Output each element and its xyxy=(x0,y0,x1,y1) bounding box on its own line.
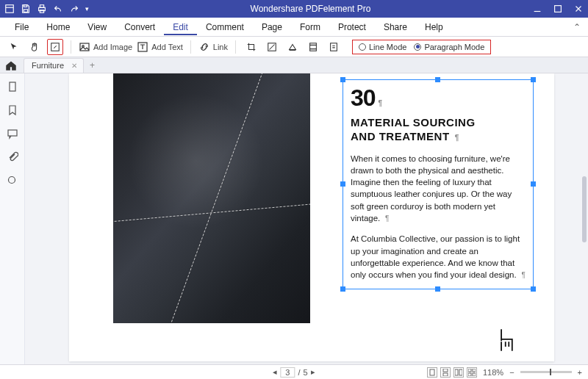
menu-home[interactable]: Home xyxy=(37,19,79,35)
selection-handle[interactable] xyxy=(531,77,536,82)
svg-rect-25 xyxy=(473,373,476,376)
two-page-view-icon[interactable] xyxy=(453,367,464,378)
two-page-continuous-icon[interactable] xyxy=(467,367,477,378)
header-footer-icon[interactable] xyxy=(305,39,321,55)
svg-rect-19 xyxy=(443,373,448,376)
edit-toolbar: Add Image Add Text Link Line Mode Paragr… xyxy=(0,37,588,57)
svg-rect-18 xyxy=(443,369,448,372)
hand-tool-icon[interactable] xyxy=(26,39,43,55)
selected-text-block[interactable]: 30¶ MATERIAL SOURCING AND TREATMENT ¶ Wh… xyxy=(343,79,534,289)
selection-handle[interactable] xyxy=(340,181,345,187)
svg-rect-23 xyxy=(473,369,476,372)
page-total: 5 xyxy=(304,368,308,377)
svg-rect-12 xyxy=(310,43,317,51)
paragraph-mode-label: Paragraph Mode xyxy=(424,43,484,51)
edit-mode-group: Line Mode Paragraph Mode xyxy=(352,40,491,54)
menu-protect[interactable]: Protect xyxy=(329,19,375,35)
bookmarks-panel-icon[interactable] xyxy=(7,104,18,116)
svg-rect-15 xyxy=(8,130,17,136)
close-button[interactable] xyxy=(573,4,584,14)
selection-handle[interactable] xyxy=(531,286,536,292)
single-page-view-icon[interactable] xyxy=(427,367,437,378)
svg-rect-1 xyxy=(24,10,27,12)
save-icon[interactable] xyxy=(21,4,31,14)
page-current[interactable]: 3 xyxy=(280,367,295,378)
search-panel-icon[interactable] xyxy=(7,175,18,187)
maximize-button[interactable] xyxy=(553,4,563,14)
text-icon xyxy=(137,41,148,53)
home-tab-icon[interactable] xyxy=(4,59,18,72)
selection-handle[interactable] xyxy=(340,77,345,82)
document-tab[interactable]: Furniture ✕ xyxy=(24,58,84,73)
menu-form[interactable]: Form xyxy=(291,19,329,35)
undo-icon[interactable] xyxy=(53,4,63,14)
zoom-in-icon[interactable]: + xyxy=(578,368,582,377)
menubar: File Home View Convert Edit Comment Page… xyxy=(0,18,588,37)
add-image-button[interactable]: Add Image xyxy=(79,41,132,53)
bates-numbering-icon[interactable] xyxy=(326,39,342,55)
menu-help[interactable]: Help xyxy=(416,19,452,35)
divider xyxy=(190,40,191,54)
collapse-ribbon-icon[interactable]: ⌃ xyxy=(573,22,581,32)
comments-panel-icon[interactable] xyxy=(7,128,18,140)
edit-object-tool-icon[interactable] xyxy=(47,39,63,55)
menu-edit[interactable]: Edit xyxy=(164,19,197,35)
prev-page-icon[interactable]: ◂ xyxy=(273,367,277,377)
svg-rect-14 xyxy=(10,82,15,91)
svg-point-16 xyxy=(8,177,15,184)
print-icon[interactable] xyxy=(37,4,47,14)
pilcrow-icon: ¶ xyxy=(383,214,389,223)
menu-page[interactable]: Page xyxy=(253,19,291,35)
divider xyxy=(71,40,71,54)
menu-comment[interactable]: Comment xyxy=(197,19,253,35)
image-icon xyxy=(79,41,90,53)
continuous-view-icon[interactable] xyxy=(440,367,451,378)
menu-convert[interactable]: Convert xyxy=(115,19,164,35)
selection-handle[interactable] xyxy=(435,286,440,292)
link-button[interactable]: Link xyxy=(198,41,228,53)
background-tool-icon[interactable] xyxy=(284,39,301,55)
menu-file[interactable]: File xyxy=(6,19,37,35)
line-mode-radio[interactable]: Line Mode xyxy=(359,43,406,51)
minimize-button[interactable] xyxy=(532,4,542,14)
paragraph-mode-radio[interactable]: Paragraph Mode xyxy=(414,43,484,51)
select-tool-icon[interactable] xyxy=(6,39,22,55)
app-menu-icon[interactable] xyxy=(4,4,15,14)
window-controls xyxy=(532,4,584,14)
redo-icon[interactable] xyxy=(69,4,79,14)
svg-rect-2 xyxy=(24,5,26,7)
status-bar: ◂ 3 / 5 ▸ 118% − + xyxy=(0,364,588,379)
link-label: Link xyxy=(213,43,228,51)
watermark-tool-icon[interactable] xyxy=(264,39,280,55)
pilcrow-icon: ¶ xyxy=(379,99,382,107)
menu-view[interactable]: View xyxy=(79,19,115,35)
zoom-out-icon[interactable]: − xyxy=(509,368,514,377)
radio-selected-icon xyxy=(414,43,421,51)
thumbnails-panel-icon[interactable] xyxy=(7,81,18,93)
page-sep: / xyxy=(298,368,300,377)
add-text-button[interactable]: Add Text xyxy=(137,41,183,53)
leather-image[interactable] xyxy=(113,73,310,323)
document-tab-label: Furniture xyxy=(32,61,64,70)
page-indicator: ◂ 3 / 5 ▸ xyxy=(273,367,315,378)
document-canvas[interactable]: 30¶ MATERIAL SOURCING AND TREATMENT ¶ Wh… xyxy=(25,73,588,364)
new-tab-button[interactable]: + xyxy=(90,60,95,71)
zoom-value[interactable]: 118% xyxy=(483,368,503,377)
attachments-panel-icon[interactable] xyxy=(7,151,18,163)
pdf-page: 30¶ MATERIAL SOURCING AND TREATMENT ¶ Wh… xyxy=(69,73,554,361)
main-area: 30¶ MATERIAL SOURCING AND TREATMENT ¶ Wh… xyxy=(0,73,588,364)
zoom-slider[interactable] xyxy=(520,371,572,373)
selection-handle[interactable] xyxy=(340,286,345,292)
radio-icon xyxy=(359,43,366,51)
close-tab-icon[interactable]: ✕ xyxy=(71,62,77,70)
next-page-icon[interactable]: ▸ xyxy=(311,367,315,377)
crop-tool-icon[interactable] xyxy=(243,39,259,55)
section-title-line1: MATERIAL SOURCING xyxy=(351,116,476,129)
vertical-scrollbar[interactable] xyxy=(582,176,587,242)
selection-handle[interactable] xyxy=(435,77,440,82)
selection-handle[interactable] xyxy=(531,181,536,187)
pilcrow-icon: ¶ xyxy=(520,271,526,279)
line-mode-label: Line Mode xyxy=(369,43,406,51)
menu-share[interactable]: Share xyxy=(375,19,416,35)
svg-rect-22 xyxy=(468,369,471,372)
